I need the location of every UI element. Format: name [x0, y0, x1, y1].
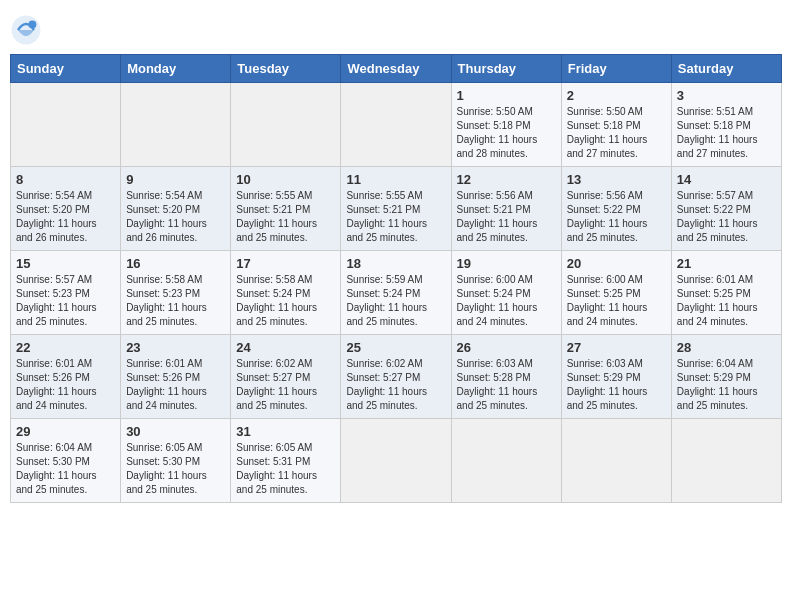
day-info: Sunrise: 5:57 AMSunset: 5:23 PMDaylight:…: [16, 274, 97, 327]
calendar-cell: 31Sunrise: 6:05 AMSunset: 5:31 PMDayligh…: [231, 419, 341, 503]
day-number: 14: [677, 172, 776, 187]
week-row: 22Sunrise: 6:01 AMSunset: 5:26 PMDayligh…: [11, 335, 782, 419]
calendar-cell: [341, 419, 451, 503]
calendar-cell: 12Sunrise: 5:56 AMSunset: 5:21 PMDayligh…: [451, 167, 561, 251]
day-number: 15: [16, 256, 115, 271]
calendar-table: SundayMondayTuesdayWednesdayThursdayFrid…: [10, 54, 782, 503]
day-info: Sunrise: 6:01 AMSunset: 5:25 PMDaylight:…: [677, 274, 758, 327]
calendar-cell: 9Sunrise: 5:54 AMSunset: 5:20 PMDaylight…: [121, 167, 231, 251]
day-number: 31: [236, 424, 335, 439]
day-info: Sunrise: 5:57 AMSunset: 5:22 PMDaylight:…: [677, 190, 758, 243]
day-number: 17: [236, 256, 335, 271]
header-cell-saturday: Saturday: [671, 55, 781, 83]
day-number: 28: [677, 340, 776, 355]
day-info: Sunrise: 6:03 AMSunset: 5:29 PMDaylight:…: [567, 358, 648, 411]
page-header: [10, 10, 782, 46]
day-number: 3: [677, 88, 776, 103]
day-info: Sunrise: 5:59 AMSunset: 5:24 PMDaylight:…: [346, 274, 427, 327]
day-info: Sunrise: 6:01 AMSunset: 5:26 PMDaylight:…: [16, 358, 97, 411]
day-number: 1: [457, 88, 556, 103]
day-info: Sunrise: 5:55 AMSunset: 5:21 PMDaylight:…: [236, 190, 317, 243]
day-number: 25: [346, 340, 445, 355]
calendar-cell: 19Sunrise: 6:00 AMSunset: 5:24 PMDayligh…: [451, 251, 561, 335]
day-number: 27: [567, 340, 666, 355]
day-number: 22: [16, 340, 115, 355]
day-info: Sunrise: 5:54 AMSunset: 5:20 PMDaylight:…: [126, 190, 207, 243]
day-info: Sunrise: 6:02 AMSunset: 5:27 PMDaylight:…: [346, 358, 427, 411]
day-info: Sunrise: 6:03 AMSunset: 5:28 PMDaylight:…: [457, 358, 538, 411]
calendar-cell: 27Sunrise: 6:03 AMSunset: 5:29 PMDayligh…: [561, 335, 671, 419]
day-info: Sunrise: 5:58 AMSunset: 5:24 PMDaylight:…: [236, 274, 317, 327]
calendar-cell: [341, 83, 451, 167]
day-info: Sunrise: 5:56 AMSunset: 5:22 PMDaylight:…: [567, 190, 648, 243]
day-info: Sunrise: 5:54 AMSunset: 5:20 PMDaylight:…: [16, 190, 97, 243]
calendar-cell: 28Sunrise: 6:04 AMSunset: 5:29 PMDayligh…: [671, 335, 781, 419]
calendar-cell: [671, 419, 781, 503]
day-info: Sunrise: 6:04 AMSunset: 5:30 PMDaylight:…: [16, 442, 97, 495]
day-info: Sunrise: 6:00 AMSunset: 5:24 PMDaylight:…: [457, 274, 538, 327]
day-number: 18: [346, 256, 445, 271]
day-info: Sunrise: 6:01 AMSunset: 5:26 PMDaylight:…: [126, 358, 207, 411]
calendar-cell: 14Sunrise: 5:57 AMSunset: 5:22 PMDayligh…: [671, 167, 781, 251]
calendar-cell: [451, 419, 561, 503]
week-row: 15Sunrise: 5:57 AMSunset: 5:23 PMDayligh…: [11, 251, 782, 335]
header-cell-tuesday: Tuesday: [231, 55, 341, 83]
day-info: Sunrise: 6:02 AMSunset: 5:27 PMDaylight:…: [236, 358, 317, 411]
day-info: Sunrise: 5:56 AMSunset: 5:21 PMDaylight:…: [457, 190, 538, 243]
calendar-cell: 25Sunrise: 6:02 AMSunset: 5:27 PMDayligh…: [341, 335, 451, 419]
day-info: Sunrise: 6:04 AMSunset: 5:29 PMDaylight:…: [677, 358, 758, 411]
header-cell-wednesday: Wednesday: [341, 55, 451, 83]
calendar-cell: 15Sunrise: 5:57 AMSunset: 5:23 PMDayligh…: [11, 251, 121, 335]
day-number: 23: [126, 340, 225, 355]
calendar-cell: [121, 83, 231, 167]
header-cell-friday: Friday: [561, 55, 671, 83]
calendar-body: 1Sunrise: 5:50 AMSunset: 5:18 PMDaylight…: [11, 83, 782, 503]
day-number: 20: [567, 256, 666, 271]
day-info: Sunrise: 6:05 AMSunset: 5:30 PMDaylight:…: [126, 442, 207, 495]
day-number: 19: [457, 256, 556, 271]
calendar-cell: 22Sunrise: 6:01 AMSunset: 5:26 PMDayligh…: [11, 335, 121, 419]
day-number: 16: [126, 256, 225, 271]
calendar-cell: 23Sunrise: 6:01 AMSunset: 5:26 PMDayligh…: [121, 335, 231, 419]
calendar-cell: 11Sunrise: 5:55 AMSunset: 5:21 PMDayligh…: [341, 167, 451, 251]
day-info: Sunrise: 5:58 AMSunset: 5:23 PMDaylight:…: [126, 274, 207, 327]
day-number: 26: [457, 340, 556, 355]
calendar-header: SundayMondayTuesdayWednesdayThursdayFrid…: [11, 55, 782, 83]
day-number: 11: [346, 172, 445, 187]
day-info: Sunrise: 6:00 AMSunset: 5:25 PMDaylight:…: [567, 274, 648, 327]
day-number: 12: [457, 172, 556, 187]
week-row: 1Sunrise: 5:50 AMSunset: 5:18 PMDaylight…: [11, 83, 782, 167]
day-number: 13: [567, 172, 666, 187]
calendar-cell: 3Sunrise: 5:51 AMSunset: 5:18 PMDaylight…: [671, 83, 781, 167]
header-cell-thursday: Thursday: [451, 55, 561, 83]
day-number: 9: [126, 172, 225, 187]
calendar-cell: 18Sunrise: 5:59 AMSunset: 5:24 PMDayligh…: [341, 251, 451, 335]
calendar-cell: 30Sunrise: 6:05 AMSunset: 5:30 PMDayligh…: [121, 419, 231, 503]
calendar-cell: [561, 419, 671, 503]
day-info: Sunrise: 5:51 AMSunset: 5:18 PMDaylight:…: [677, 106, 758, 159]
calendar-cell: 1Sunrise: 5:50 AMSunset: 5:18 PMDaylight…: [451, 83, 561, 167]
day-number: 24: [236, 340, 335, 355]
day-info: Sunrise: 6:05 AMSunset: 5:31 PMDaylight:…: [236, 442, 317, 495]
week-row: 8Sunrise: 5:54 AMSunset: 5:20 PMDaylight…: [11, 167, 782, 251]
calendar-cell: 16Sunrise: 5:58 AMSunset: 5:23 PMDayligh…: [121, 251, 231, 335]
logo-icon: [10, 14, 42, 46]
header-cell-sunday: Sunday: [11, 55, 121, 83]
day-number: 29: [16, 424, 115, 439]
header-cell-monday: Monday: [121, 55, 231, 83]
day-number: 30: [126, 424, 225, 439]
calendar-cell: 17Sunrise: 5:58 AMSunset: 5:24 PMDayligh…: [231, 251, 341, 335]
day-number: 21: [677, 256, 776, 271]
calendar-cell: 20Sunrise: 6:00 AMSunset: 5:25 PMDayligh…: [561, 251, 671, 335]
calendar-cell: [11, 83, 121, 167]
week-row: 29Sunrise: 6:04 AMSunset: 5:30 PMDayligh…: [11, 419, 782, 503]
calendar-cell: 10Sunrise: 5:55 AMSunset: 5:21 PMDayligh…: [231, 167, 341, 251]
svg-point-1: [28, 20, 36, 28]
day-number: 2: [567, 88, 666, 103]
calendar-cell: 26Sunrise: 6:03 AMSunset: 5:28 PMDayligh…: [451, 335, 561, 419]
day-info: Sunrise: 5:50 AMSunset: 5:18 PMDaylight:…: [567, 106, 648, 159]
day-info: Sunrise: 5:50 AMSunset: 5:18 PMDaylight:…: [457, 106, 538, 159]
day-info: Sunrise: 5:55 AMSunset: 5:21 PMDaylight:…: [346, 190, 427, 243]
day-number: 8: [16, 172, 115, 187]
header-row: SundayMondayTuesdayWednesdayThursdayFrid…: [11, 55, 782, 83]
